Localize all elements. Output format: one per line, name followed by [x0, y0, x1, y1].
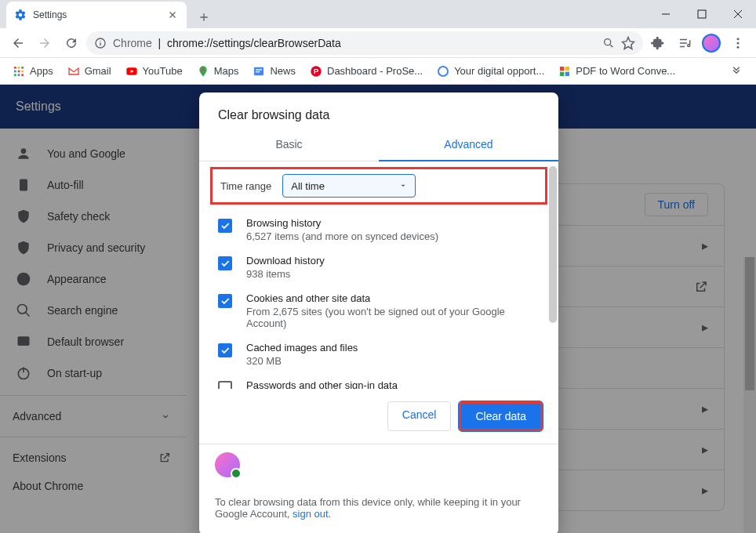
browser-tab[interactable]: Settings — [6, 2, 187, 28]
time-range-row: Time range All time — [210, 167, 547, 205]
dialog-scrollbar[interactable] — [549, 166, 557, 323]
google-bookmark[interactable]: Your digital opport... — [432, 62, 549, 81]
dialog-body: Time range All time Browsing history6,52… — [199, 161, 558, 389]
site-info-icon[interactable] — [94, 37, 107, 49]
browser-toolbar: Chrome | chrome://settings/clearBrowserD… — [0, 28, 756, 58]
svg-rect-8 — [14, 67, 16, 69]
dialog-tabs: Basic Advanced — [199, 129, 558, 161]
avatar-icon — [215, 452, 240, 477]
footer-text: To clear browsing data from this device … — [215, 496, 521, 520]
svg-point-3 — [605, 38, 611, 45]
svg-rect-28 — [565, 71, 569, 75]
bookmarks-bar: Apps Gmail YouTube Maps News PDashboard … — [0, 58, 756, 85]
extensions-button[interactable] — [646, 31, 670, 55]
minimize-button[interactable] — [648, 0, 684, 28]
check-title: Browsing history — [246, 217, 438, 229]
bookmark-label: News — [270, 65, 296, 77]
sync-badge-icon — [231, 468, 242, 479]
select-value: All time — [291, 180, 325, 192]
svg-rect-9 — [18, 67, 20, 69]
url-text: Chrome | chrome://settings/clearBrowserD… — [113, 37, 596, 49]
check-title: Passwords and other sign-in data — [246, 379, 398, 389]
svg-point-2 — [100, 40, 100, 41]
checkbox-row-cookies[interactable]: Cookies and other site dataFrom 2,675 si… — [215, 286, 543, 335]
svg-rect-13 — [21, 70, 24, 72]
tab-advanced[interactable]: Advanced — [379, 129, 558, 161]
profile-button[interactable] — [700, 31, 723, 55]
gear-icon — [14, 9, 27, 21]
tab-basic[interactable]: Basic — [199, 129, 379, 161]
svg-point-6 — [737, 42, 740, 44]
bookmark-label: Dashboard - ProSe... — [327, 65, 423, 77]
check-sub: 6,527 items (and more on synced devices) — [246, 230, 438, 242]
back-button[interactable] — [6, 31, 30, 55]
svg-text:P: P — [314, 67, 318, 75]
checkbox[interactable] — [218, 381, 232, 389]
checkbox-row-browsing-history[interactable]: Browsing history6,527 items (and more on… — [215, 211, 543, 248]
checkbox-row-download-history[interactable]: Download history938 items — [215, 248, 543, 286]
check-title: Cookies and other site data — [246, 292, 540, 304]
checkbox[interactable] — [218, 219, 232, 233]
dialog-footer: To clear browsing data from this device … — [199, 485, 558, 533]
checkbox[interactable] — [218, 256, 232, 270]
dialog-actions: Cancel Clear data — [199, 389, 558, 444]
sign-out-link[interactable]: sign out — [293, 508, 329, 520]
svg-point-24 — [438, 67, 448, 76]
checkbox-row-passwords[interactable]: Passwords and other sign-in data149 pass… — [215, 373, 543, 389]
svg-rect-21 — [256, 71, 260, 72]
bookmark-star-icon[interactable] — [621, 36, 635, 50]
maximize-button[interactable] — [684, 0, 720, 28]
bookmark-label: Maps — [214, 65, 239, 77]
svg-rect-12 — [18, 70, 20, 72]
news-bookmark[interactable]: News — [248, 62, 300, 81]
clear-browsing-data-dialog: Clear browsing data Basic Advanced Time … — [199, 92, 558, 533]
youtube-bookmark[interactable]: YouTube — [121, 62, 187, 81]
tab-title: Settings — [33, 9, 166, 20]
bookmark-label: Your digital opport... — [454, 65, 544, 77]
youtube-icon — [125, 65, 138, 78]
checkbox[interactable] — [218, 343, 232, 357]
maps-icon — [197, 65, 209, 78]
svg-rect-10 — [21, 67, 24, 69]
maps-bookmark[interactable]: Maps — [192, 62, 244, 81]
sync-account-row — [199, 444, 558, 485]
svg-point-4 — [688, 44, 690, 46]
zoom-icon[interactable] — [602, 37, 615, 49]
bookmark-label: PDF to Word Conve... — [576, 65, 675, 77]
svg-rect-16 — [21, 74, 24, 76]
bookmark-label: YouTube — [143, 65, 183, 77]
cancel-button[interactable]: Cancel — [387, 401, 452, 431]
close-tab-icon[interactable] — [166, 9, 179, 21]
pdf-bookmark[interactable]: PDF to Word Conve... — [554, 62, 680, 81]
svg-point-5 — [737, 38, 740, 40]
dashboard-bookmark[interactable]: PDashboard - ProSe... — [305, 62, 427, 81]
svg-rect-26 — [565, 67, 569, 71]
apps-bookmark[interactable]: Apps — [8, 62, 58, 81]
avatar-icon — [702, 34, 721, 53]
media-button[interactable] — [673, 31, 696, 55]
close-window-button[interactable] — [720, 0, 756, 28]
reload-button[interactable] — [60, 31, 83, 55]
news-icon — [253, 65, 265, 78]
footer-text: . — [329, 508, 332, 520]
check-title: Cached images and files — [246, 342, 358, 354]
forward-button[interactable] — [33, 31, 56, 55]
new-tab-button[interactable] — [193, 6, 215, 28]
checkbox[interactable] — [218, 294, 232, 308]
address-bar[interactable]: Chrome | chrome://settings/clearBrowserD… — [86, 31, 643, 55]
pinterest-icon: P — [310, 65, 322, 78]
bookmark-label: Apps — [30, 65, 53, 77]
dialog-title: Clear browsing data — [199, 92, 558, 129]
bookmark-label: Gmail — [85, 65, 111, 77]
checkbox-row-cached[interactable]: Cached images and files320 MB — [215, 335, 543, 373]
window-controls — [648, 0, 756, 28]
check-sub: From 2,675 sites (you won't be signed ou… — [246, 306, 540, 329]
clear-data-button[interactable]: Clear data — [459, 401, 543, 431]
time-range-select[interactable]: All time — [282, 174, 416, 198]
menu-button[interactable] — [726, 31, 750, 55]
svg-rect-15 — [18, 74, 20, 76]
gmail-bookmark[interactable]: Gmail — [63, 62, 116, 81]
check-title: Download history — [246, 255, 325, 266]
apps-icon — [13, 65, 25, 78]
bookmarks-overflow[interactable] — [725, 61, 748, 82]
